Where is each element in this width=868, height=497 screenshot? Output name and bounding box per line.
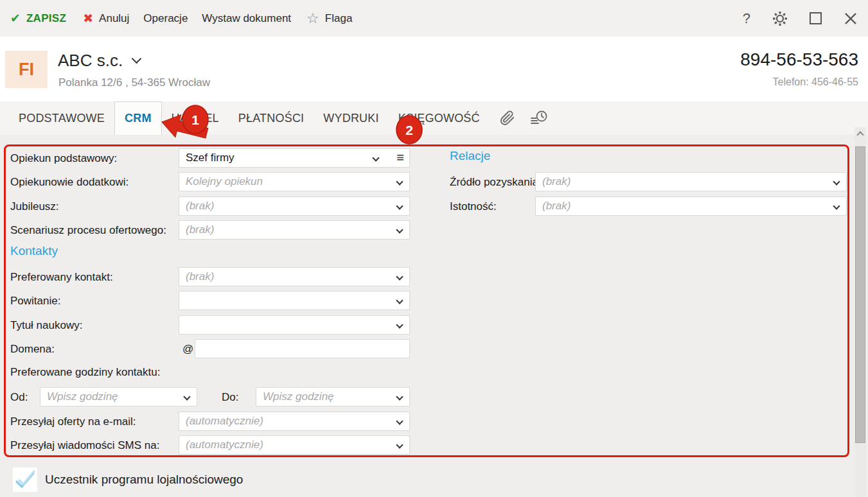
chevron-down-icon[interactable] — [833, 202, 840, 209]
cancel-button-label: Anuluj — [99, 12, 129, 25]
section-relacje: Relacje — [450, 149, 490, 163]
do-time-dropdown[interactable]: Wpisz godzinę — [256, 387, 410, 406]
chevron-down-icon[interactable] — [396, 417, 403, 424]
company-selector[interactable]: ABC s.c. — [58, 51, 140, 71]
chevron-down-icon[interactable] — [396, 297, 403, 304]
tab-platnosci[interactable]: PŁATNOŚCI — [229, 101, 314, 135]
app-window: ✔ ZAPISZ ✖ Anuluj Operacje Wystaw dokume… — [0, 0, 868, 497]
tab-bar: PODSTAWOWE CRM HANDEL PŁATNOŚCI WYDRUKI … — [0, 101, 868, 135]
field-label: Preferowany kontakt: — [10, 271, 113, 284]
chevron-down-icon[interactable] — [183, 393, 190, 400]
save-button[interactable]: ✔ ZAPISZ — [10, 11, 66, 26]
tax-id: 894-56-53-563 — [740, 49, 858, 70]
od-label: Od: — [10, 391, 28, 404]
toolbar: ✔ ZAPISZ ✖ Anuluj Operacje Wystaw dokume… — [0, 0, 868, 37]
phone-number: Telefon: 456-46-55 — [773, 76, 858, 88]
history-icon[interactable] — [529, 110, 549, 126]
chevron-down-icon[interactable] — [396, 321, 403, 328]
vertical-scrollbar[interactable] — [855, 127, 866, 497]
field-label: Powitanie: — [10, 295, 60, 308]
opiekunowie-dodatkowi-dropdown[interactable]: Kolejny opiekun — [179, 172, 410, 191]
help-button[interactable]: ? — [743, 10, 750, 27]
cancel-button[interactable]: ✖ Anuluj — [83, 11, 129, 26]
field-label: Opiekunowie dodatkowi: — [10, 176, 128, 189]
tab-handel[interactable]: HANDEL — [162, 101, 229, 135]
close-button[interactable] — [844, 12, 858, 26]
avatar: FI — [5, 51, 48, 88]
menu-icon[interactable]: ≡ — [396, 150, 404, 165]
maximize-button[interactable] — [810, 12, 822, 24]
opiekun-podstawowy-dropdown[interactable]: Szef firmy ≡ — [179, 148, 410, 168]
section-kontakty: Kontakty — [10, 244, 58, 258]
field-label: Jubileusz: — [10, 200, 59, 213]
chevron-down-icon[interactable] — [372, 154, 379, 161]
chevron-down-icon[interactable] — [396, 441, 403, 448]
field-label: Tytuł naukowy: — [10, 319, 82, 332]
field-label: Źródło pozyskania: — [450, 176, 542, 189]
field-label: Opiekun podstawowy: — [10, 152, 117, 165]
issue-document-label: Wystaw dokument — [202, 12, 291, 25]
x-icon: ✖ — [83, 11, 93, 26]
chevron-down-icon[interactable] — [396, 273, 403, 280]
field-label: Przesyłaj oferty na e-mail: — [10, 415, 136, 428]
tab-podstawowe[interactable]: PODSTAWOWE — [9, 101, 114, 135]
oferty-email-dropdown[interactable]: (automatycznie) — [179, 412, 410, 431]
preferowany-kontakt-dropdown[interactable]: (brak) — [179, 267, 410, 286]
annotation-highlight-box — [4, 144, 849, 457]
field-label: Przesyłaj wiadomości SMS na: — [10, 439, 159, 452]
operations-button[interactable]: Operacje — [143, 12, 188, 25]
sms-dropdown[interactable]: (automatycznie) — [179, 435, 410, 455]
record-header: FI ABC s.c. Polanka 12/6 , 54-365 Wrocła… — [0, 37, 868, 101]
scrollbar-thumb[interactable] — [855, 146, 865, 443]
loyalty-label: Uczestnik programu lojalnościowego — [45, 473, 243, 487]
field-label: Domena: — [10, 343, 55, 356]
flag-button[interactable]: ☆ Flaga — [306, 12, 352, 26]
chevron-down-icon[interactable] — [833, 178, 840, 185]
gear-icon[interactable] — [772, 11, 788, 26]
chevron-down-icon[interactable] — [396, 178, 403, 185]
tab-wydruki[interactable]: WYDRUKI — [314, 101, 388, 135]
od-time-dropdown[interactable]: Wpisz godzinę — [40, 387, 197, 406]
hours-section-label: Preferowane godziny kontaktu: — [10, 366, 160, 379]
field-label: Istotność: — [450, 200, 497, 213]
tab-ksiegowosc[interactable]: KSIĘGOWOŚĆ — [389, 101, 490, 135]
field-label: Scenariusz procesu ofertowego: — [10, 224, 166, 237]
flag-button-label: Flaga — [325, 12, 353, 25]
double-check-icon — [13, 467, 37, 492]
loyalty-checkbox[interactable] — [13, 467, 37, 492]
domena-input[interactable] — [195, 339, 410, 358]
star-icon: ☆ — [306, 12, 319, 26]
istotnosc-dropdown[interactable]: (brak) — [535, 196, 847, 216]
chevron-down-icon[interactable] — [396, 226, 403, 233]
operations-button-label: Operacje — [143, 12, 188, 25]
tab-crm[interactable]: CRM — [114, 101, 162, 135]
at-sign: @ — [182, 343, 193, 356]
chevron-down-icon — [132, 54, 142, 64]
check-icon: ✔ — [10, 11, 21, 26]
issue-document-button[interactable]: Wystaw dokument — [202, 12, 291, 25]
company-name: ABC s.c. — [58, 51, 123, 71]
do-label: Do: — [222, 391, 238, 404]
powitanie-dropdown[interactable] — [179, 291, 410, 310]
paperclip-icon[interactable] — [499, 110, 515, 126]
zrodlo-pozyskania-dropdown[interactable]: (brak) — [535, 172, 847, 191]
chevron-down-icon[interactable] — [396, 202, 403, 209]
save-button-label: ZAPISZ — [26, 12, 66, 25]
company-address: Polanka 12/6 , 54-365 Wrocław — [58, 76, 210, 89]
jubileusz-dropdown[interactable]: (brak) — [179, 196, 410, 216]
scenariusz-dropdown[interactable]: (brak) — [179, 220, 410, 240]
tytul-naukowy-dropdown[interactable] — [179, 315, 410, 335]
chevron-down-icon[interactable] — [396, 393, 403, 400]
scroll-up-icon[interactable] — [856, 131, 864, 138]
